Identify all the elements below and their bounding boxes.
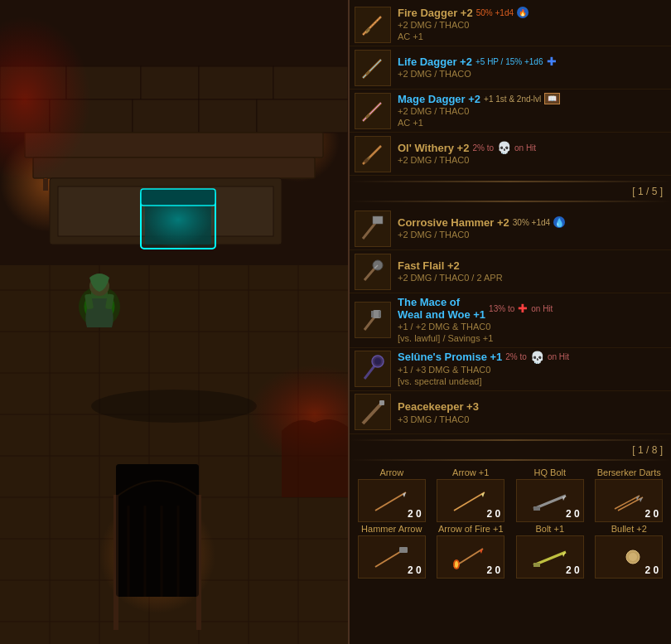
svg-line-70 — [363, 60, 381, 78]
ammo-item[interactable]: Bolt +1 2 0 — [511, 524, 589, 579]
svg-line-79 — [363, 222, 376, 239]
item-name: Corrosive Hammer +2 — [398, 216, 509, 229]
section-divider — [350, 181, 671, 182]
item-row[interactable]: Mage Dagger +2 +1 1st & 2nd-lvl 📖 +2 DMG… — [350, 90, 671, 133]
ammo-count: 2 0 — [408, 508, 422, 520]
item-stats: +2 DMG / THAC0 — [398, 229, 666, 240]
ammo-count: 2 0 — [487, 564, 501, 576]
svg-rect-106 — [399, 547, 408, 553]
item-icon — [355, 351, 391, 387]
svg-rect-38 — [199, 99, 257, 133]
item-icon — [355, 254, 391, 290]
ammo-section: Arrow 2 0 Arrow +1 2 0 HQ Bolt 2 0 — [350, 462, 671, 583]
item-row[interactable]: The Mace ofWeal and Woe +1 13% to ✚ on H… — [350, 293, 671, 348]
svg-rect-86 — [371, 311, 374, 317]
item-row[interactable]: Ol' Withery +2 2% to 💀 on Hit +2 DMG / T… — [350, 133, 671, 176]
ammo-count: 2 0 — [566, 564, 580, 576]
item-icon — [355, 211, 391, 247]
ammo-count: 2 0 — [408, 564, 422, 576]
ammo-label: HQ Bolt — [533, 467, 566, 477]
ammo-label: Arrow of Fire +1 — [438, 524, 504, 534]
section-divider — [350, 459, 671, 461]
ammo-box: 2 0 — [516, 535, 584, 579]
ammo-label: Arrow +1 — [452, 467, 489, 477]
section-divider — [350, 439, 671, 441]
ammo-item[interactable]: Berserker Darts 2 0 — [591, 467, 669, 522]
item-name: Selûne's Promise +1 — [398, 351, 502, 363]
item-icon — [355, 7, 391, 43]
svg-rect-80 — [373, 216, 383, 224]
svg-rect-92 — [379, 400, 384, 405]
ammo-item[interactable]: HQ Bolt 2 0 — [511, 467, 589, 522]
item-row[interactable]: Fast Flail +2 +2 DMG / THAC0 / 2 APR — [350, 250, 671, 293]
fire-dagger-info: Fire Dagger +2 50% +1d4 🔥 +2 DMG / THAC0… — [398, 7, 666, 43]
ammo-box: 2 0 — [437, 535, 504, 579]
svg-line-93 — [375, 492, 406, 511]
item-row[interactable]: Corrosive Hammer +2 30% +1d4 💧 +2 DMG / … — [350, 207, 671, 250]
item-name: Fire Dagger +2 — [398, 7, 473, 19]
fire-badge: 🔥 — [517, 7, 529, 18]
item-row[interactable]: Fire Dagger +2 50% +1d4 🔥 +2 DMG / THAC0… — [350, 3, 671, 46]
svg-rect-47 — [141, 189, 215, 206]
ammo-label: Bullet +2 — [611, 524, 647, 534]
item-icon — [355, 394, 391, 430]
item-icon — [355, 136, 391, 172]
ammo-item[interactable]: Arrow +1 2 0 — [432, 467, 510, 522]
item-stats: +2 DMG / THAC0AC +1 — [398, 105, 666, 129]
item-icon — [355, 302, 391, 338]
ammo-box: 2 0 — [358, 535, 426, 579]
ammo-item[interactable]: Arrow 2 0 — [353, 467, 431, 522]
item-row[interactable]: Selûne's Promise +1 2% to 💀 on Hit +1 / … — [350, 348, 671, 391]
item-name: Ol' Withery +2 — [398, 142, 469, 154]
ammo-count: 2 0 — [645, 508, 659, 520]
ammo-label: Berserker Darts — [597, 467, 661, 477]
ammo-label: Arrow — [379, 467, 403, 477]
item-name: Mage Dagger +2 — [398, 93, 480, 105]
ammo-label: Bolt +1 — [535, 524, 564, 534]
svg-point-62 — [91, 390, 257, 423]
ammo-item[interactable]: Hammer Arrow 2 0 — [353, 524, 431, 579]
daggers-section: Fire Dagger +2 50% +1d4 🔥 +2 DMG / THAC0… — [350, 0, 671, 179]
ammo-item[interactable]: Arrow of Fire +1 2 0 — [432, 524, 510, 579]
svg-line-96 — [454, 492, 485, 511]
ammo-box: 2 0 — [516, 479, 584, 522]
item-name: Life Dagger +2 — [398, 56, 472, 68]
blunt-section: Corrosive Hammer +2 30% +1d4 💧 +2 DMG / … — [350, 204, 671, 438]
svg-point-90 — [374, 358, 381, 365]
ammo-count: 2 0 — [645, 564, 659, 576]
item-stats: +3 DMG / THAC0 — [398, 414, 666, 425]
item-row[interactable]: Life Dagger +2 +5 HP / 15% +1d6 ✚ +2 DMG… — [350, 46, 671, 90]
item-row[interactable]: Peacekeeper +3 +3 DMG / THAC0 — [350, 391, 671, 434]
item-panel: Fire Dagger +2 50% +1d4 🔥 +2 DMG / THAC0… — [348, 0, 671, 644]
peacekeeper-info: Peacekeeper +3 +3 DMG / THAC0 — [398, 399, 666, 425]
svg-line-71 — [366, 71, 369, 75]
ammo-box: 2 0 — [358, 479, 426, 522]
svg-line-77 — [364, 159, 368, 162]
item-name: Fast Flail +2 — [398, 259, 460, 272]
item-stats: +1 / +3 DMG & THAC0[vs. spectral undead] — [398, 364, 666, 388]
item-icon — [355, 93, 391, 129]
svg-rect-41 — [33, 157, 315, 178]
svg-rect-87 — [379, 311, 381, 317]
svg-rect-36 — [199, 66, 273, 99]
svg-rect-61 — [116, 464, 199, 597]
svg-rect-35 — [133, 99, 199, 133]
item-name: The Mace ofWeal and Woe +1 — [398, 296, 485, 321]
svg-rect-32 — [141, 66, 199, 99]
ammo-item[interactable]: Bullet +2 2 0 — [591, 524, 669, 579]
item-stats: +1 / +2 DMG & THAC0[vs. lawful] / Saving… — [398, 321, 666, 345]
svg-line-91 — [363, 402, 383, 424]
svg-line-102 — [618, 497, 643, 511]
game-view — [0, 0, 348, 644]
ammo-box: 2 0 — [595, 535, 663, 579]
ammo-box: 2 0 — [437, 479, 504, 522]
svg-point-110 — [455, 561, 458, 568]
svg-line-73 — [363, 103, 381, 121]
item-name: Peacekeeper +3 — [398, 400, 479, 413]
svg-rect-100 — [533, 506, 540, 511]
ammo-grid: Arrow 2 0 Arrow +1 2 0 HQ Bolt 2 0 — [350, 466, 671, 580]
corrosive-hammer-info: Corrosive Hammer +2 30% +1d4 💧 +2 DMG / … — [398, 216, 666, 240]
item-stats: +2 DMG / THAC0 — [398, 154, 666, 166]
svg-line-105 — [375, 550, 403, 567]
svg-line-101 — [615, 496, 640, 509]
